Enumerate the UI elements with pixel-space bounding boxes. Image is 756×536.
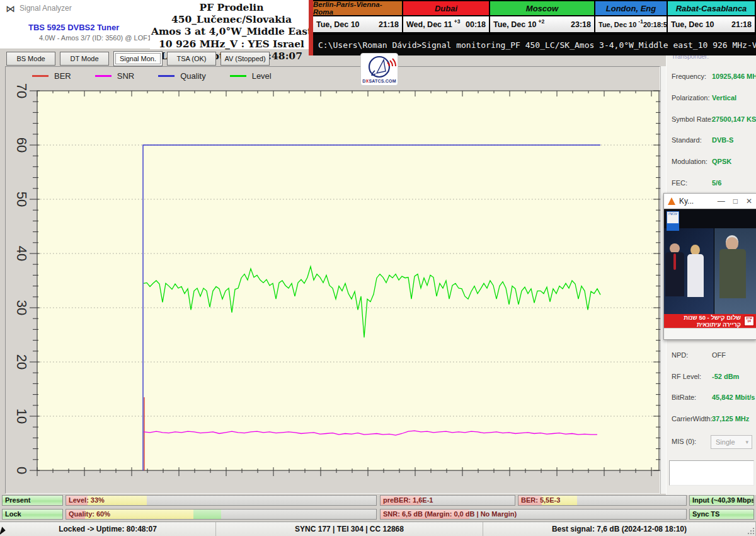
news-ticker: שלום קישל - 50 שנות קריירה עיתונאית ערוץ… [664,314,756,328]
clock-city-label: Rabat-Casablanca [668,1,755,15]
clock-time: 00:18 [466,20,486,29]
tab-av-stopped[interactable]: AV (Stopped) [220,52,270,66]
vlc-window-title: Ky... [679,197,694,206]
vlc-player-window: Ky... — □ ✕ עכשיו [663,193,756,340]
mode-tabs: BS ModeDT ModeSignal Mon.TSA (OK)AV (Sto… [6,52,270,67]
clock-date: Wed, Dec 11 [406,20,452,29]
param-label: BitRate: [672,393,696,401]
legend-label-snr: SNR [117,71,134,81]
bar-label-preber: preBER: 1,6E-1 [383,496,433,504]
param-label: Polarization: [672,94,710,102]
bar-label-syncts: Sync TS [692,510,719,518]
clock-dubai: DubaiWed, Dec 11+300:18 [403,0,490,35]
param-label: Symbol Rate: [672,115,713,123]
chevron-down-icon: ▾ [745,439,748,445]
bar-label-present: Present [5,496,30,504]
clock-london-eng: London, EngTue, Dec 10-120:18:57 [595,0,668,35]
empty-field [669,460,754,486]
clock-moscow: MoscowTue, Dec 10+223:18 [490,0,595,35]
param-label: Standard: [672,136,702,144]
vlc-titlebar[interactable]: Ky... — □ ✕ [664,194,756,209]
param-label: RF Level: [672,373,701,380]
legend-swatch-ber [32,75,49,77]
header-note: PF Prodelin 450_Lučenec/SlovakiaAmos 3 a… [150,1,313,49]
y-axis-label-60: 60 [14,137,30,153]
clock-time: 20:18:57 [643,21,671,28]
param-value: -52 dBm [712,373,739,380]
param-label: FEC: [672,179,687,187]
tuner-name: TBS 5925 DVBS2 Tuner [28,23,119,32]
tab-bs-mode[interactable]: BS Mode [6,52,55,66]
clock-time-row: Wed, Dec 11+300:18 [403,16,489,32]
studio-anchors-pane [664,228,714,314]
tab-dt-mode[interactable]: DT Mode [60,52,109,66]
console-prompt-text: C:\Users\Roman Dávid>Signal monitoring_P… [318,40,756,50]
bar-segments [66,510,376,519]
vlc-video-area[interactable]: עכשיו של [664,209,756,328]
app-icon: ⋈ [6,4,15,13]
bar-snr: SNR: 6,5 dB (Margin: 0,0 dB | No Margin) [380,509,687,520]
mis-label: MIS (0): [672,438,696,445]
tab-signal-mon[interactable]: Signal Mon. [113,51,163,66]
legend-label-quality: Quality [180,71,205,81]
param-row-frequency: Frequency:10925,846 MHz [667,67,756,88]
dxsatcs-logo-text: DXSATCS.COM [362,79,396,83]
param-label: CarrierWidth: [672,415,713,422]
mis-row: MIS (0): Single ▾ [667,435,756,452]
bar-label-ber: BER: 5,5E-3 [521,496,560,504]
clock-time: 21:18 [731,20,752,29]
anchor-tie [673,253,676,270]
clock-city-label: Berlin-Paris-Vienna-Roma [313,1,402,15]
legend-swatch-snr [95,75,112,77]
clock-city-label: Moscow [490,1,594,15]
dxsatcs-logo: DXSATCS.COM [360,53,398,86]
mis-dropdown[interactable]: Single ▾ [711,435,752,449]
param-value: 45,842 Mbit/s [712,393,755,401]
param-row-npd: NPD:OFF [667,346,756,367]
bar-segment-gray [147,496,376,505]
anchor-woman-body [687,254,704,297]
vlc-minimize-button[interactable]: — [718,197,725,206]
vlc-maximize-button[interactable]: □ [733,197,738,206]
bar-level: Level: 33% [66,495,377,506]
legend-item-ber: BER [32,71,71,81]
param-value: Vertical [712,94,736,102]
clock-city-label: London, Eng [595,1,667,15]
bar-ber: BER: 5,5E-3 [518,495,687,506]
param-value: 5/6 [712,179,721,187]
clock-utc-offset: +3 [454,18,461,25]
vlc-close-button[interactable]: ✕ [746,197,752,206]
param-value: 10925,846 MHz [712,73,756,80]
param-label: Frequency: [672,73,706,80]
y-axis-label-20: 20 [14,354,30,370]
bar-label-lock: Lock [5,510,21,518]
y-axis-label-70: 70 [14,83,30,98]
tab-tsa-ok[interactable]: TSA (OK) [167,52,216,66]
param-value: 37,125 MHz [712,415,749,422]
clock-date: Tue, Dec 10 [598,21,636,28]
param-row-modulation: Modulation:QPSK [667,152,756,173]
legend-item-quality: Quality [158,71,205,81]
clock-city-label: Dubai [403,1,489,15]
param-label: NPD: [672,351,688,359]
chart-legend: BERSNRQualityLevel [32,71,272,81]
video-scene [664,228,756,314]
resize-grip-icon[interactable] [747,527,755,535]
bar-label-quality: Quality: 60% [69,510,110,518]
bar-present: Present [2,495,63,506]
bar-segment-green [193,510,221,519]
legend-swatch-level [230,75,246,77]
clock-rabat-casablanca: Rabat-CasablancaTue, Dec 1021:18 [668,0,756,35]
param-value: QPSK [712,158,731,165]
bar-label-level: Level: 33% [69,496,105,504]
param-row-carrierwidth: CarrierWidth:37,125 MHz [667,409,756,431]
legend-item-snr: SNR [95,71,134,81]
parameters-panel: Transponder: Frequency:10925,846 MHzPola… [666,49,756,495]
video-top-band: עכשיו [664,209,756,228]
satellite-dish-icon [362,55,397,79]
mis-selected-value: Single [716,438,735,446]
channel-logo: עכשיו [667,211,679,233]
window-title: Signal Analyzer [20,4,72,13]
guest-body [719,249,746,298]
param-value: OFF [712,351,726,359]
